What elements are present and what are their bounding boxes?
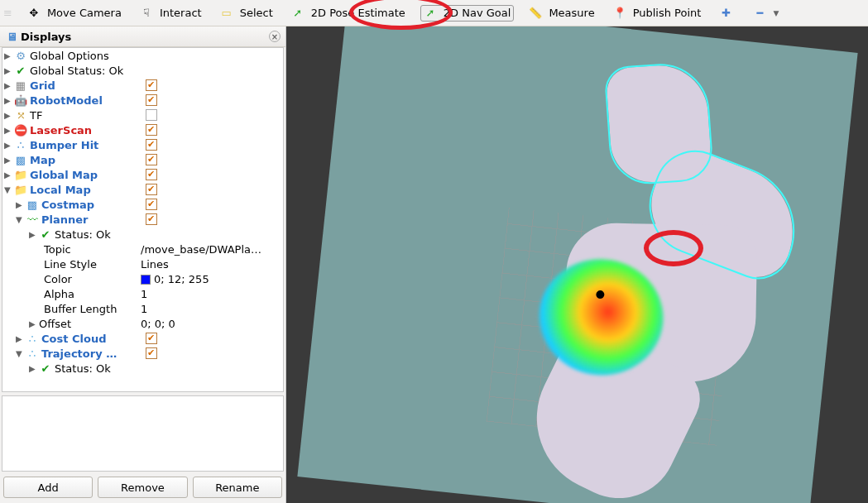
robot-icon: 🤖 [14,93,27,107]
checkbox[interactable] [146,79,157,91]
prop-value: /move_base/DWAPla… [141,243,261,256]
checkbox[interactable] [146,213,157,225]
remove-button[interactable]: Remove [98,477,187,498]
checkbox[interactable] [146,347,157,359]
displays-header: 🖥 Displays × [0,26,285,47]
close-icon[interactable]: × [269,31,281,42]
check-icon: ✔ [39,228,52,241]
tree-item-planner[interactable]: ▼〰Planner [2,212,283,227]
select-button[interactable]: ▭ Select [217,5,276,22]
tree-item-costcloud[interactable]: ▶∴Cost Cloud [2,331,283,346]
checkbox[interactable] [146,94,157,106]
add-tool-button[interactable]: ✚ [716,5,738,22]
tree-item-grid[interactable]: ▶▦Grid [2,78,283,93]
pin-icon: 📍 [613,7,626,20]
tree-item-map[interactable]: ▶▩Map [2,152,283,167]
tree-item-tf[interactable]: ▶⤱TF [2,108,283,122]
tree-item-planner-status[interactable]: ▶✔Status: Ok [2,227,283,242]
tree-prop-buflen[interactable]: Buffer Length1 [2,301,283,316]
nav-goal-button[interactable]: ➚ 2D Nav Goal [420,5,515,22]
checkbox[interactable] [146,109,157,121]
pose-estimate-button[interactable]: ➚ 2D Pose Estimate [288,5,409,22]
display-tree[interactable]: ▶⚙Global Options ▶✔Global Status: Ok ▶▦G… [2,47,284,392]
folder-icon: 📁 [14,168,27,181]
rviz-viewport[interactable] [286,26,868,503]
move-camera-icon: ✥ [27,7,41,20]
measure-icon: 📏 [529,7,542,20]
toolbar-label: Interact [160,7,202,19]
checkbox[interactable] [146,139,157,151]
panel-title: Displays [21,31,269,43]
toolbar-grip: ≡ [3,7,12,19]
checkbox[interactable] [146,124,157,136]
monitor-icon: 🖥 [5,30,18,43]
pointcloud-icon: ∴ [14,138,27,151]
check-icon: ✔ [39,362,52,375]
tree-item-globalmap[interactable]: ▶📁Global Map [2,167,283,182]
path-icon: 〰 [26,213,39,226]
add-button[interactable]: Add [3,477,93,498]
checkbox[interactable] [146,169,157,180]
tree-item-traj-status[interactable]: ▶✔Status: Ok [2,361,283,376]
tree-item-laserscan[interactable]: ▶⛔LaserScan [2,122,283,137]
checkbox[interactable] [146,184,157,195]
displays-panel: 🖥 Displays × ▶⚙Global Options ▶✔Global S… [0,26,286,503]
top-toolbar: ≡ ✥ Move Camera ☟ Interact ▭ Select ➚ 2D… [0,0,868,26]
prop-value: Lines [141,258,169,271]
tree-prop-alpha[interactable]: Alpha1 [2,286,283,301]
map-icon: ▩ [14,153,27,166]
tree-item-global-status[interactable]: ▶✔Global Status: Ok [2,63,283,78]
arrow-icon: ➚ [291,7,305,20]
folder-icon: 📁 [14,183,27,196]
pointcloud-icon: ∴ [26,347,39,360]
toolbar-label: Move Camera [47,7,122,19]
interact-button[interactable]: ☟ Interact [137,5,205,22]
map-background [297,26,857,503]
color-swatch [141,275,151,285]
tree-prop-offset[interactable]: ▶Offset0; 0; 0 [2,316,283,331]
publish-point-button[interactable]: 📍 Publish Point [610,5,705,22]
measure-button[interactable]: 📏 Measure [525,5,597,22]
toolbar-label: Select [240,7,273,19]
tree-item-costmap[interactable]: ▶▩Costmap [2,197,283,212]
arrow-icon: ➚ [424,7,437,20]
button-bar: Add Remove Rename [0,472,285,503]
check-icon: ✔ [14,64,27,77]
tree-prop-color[interactable]: Color0; 12; 255 [2,271,283,286]
plus-icon: ✚ [719,7,732,20]
minus-icon: ━ [753,7,766,20]
stop-icon: ⛔ [14,123,27,137]
tree-item-bumperhit[interactable]: ▶∴Bumper Hit [2,137,283,152]
pointcloud-icon: ∴ [26,332,39,345]
chevron-down-icon: ▼ [773,9,779,17]
tree-prop-linestyle[interactable]: Line StyleLines [2,256,283,271]
description-box [2,395,284,472]
prop-value: 1 [141,303,147,315]
rename-button[interactable]: Rename [193,477,282,498]
remove-tool-button[interactable]: ━ ▼ [750,5,782,22]
toolbar-label: 2D Nav Goal [444,7,511,19]
tree-prop-topic[interactable]: Topic/move_base/DWAPla… [2,242,283,256]
checkbox[interactable] [146,333,157,344]
tree-item-global-options[interactable]: ▶⚙Global Options [2,48,283,63]
prop-value: 1 [141,288,147,300]
prop-value: 0; 12; 255 [141,273,209,285]
checkbox[interactable] [146,199,157,210]
tf-icon: ⤱ [14,108,27,122]
toolbar-label: 2D Pose Estimate [311,7,405,19]
select-icon: ▭ [220,7,233,20]
toolbar-label: Publish Point [633,7,702,19]
toolbar-label: Measure [549,7,594,19]
tree-item-localmap[interactable]: ▼📁Local Map [2,182,283,197]
tree-item-trajectory[interactable]: ▼∴Trajectory … [2,346,283,361]
gear-icon: ⚙ [14,49,27,62]
move-camera-button[interactable]: ✥ Move Camera [24,5,125,22]
checkbox[interactable] [146,154,157,165]
tree-item-robotmodel[interactable]: ▶🤖RobotModel [2,93,283,108]
map-icon: ▩ [26,198,39,211]
prop-value: 0; 0; 0 [141,318,175,330]
grid-icon: ▦ [14,79,27,92]
interact-icon: ☟ [140,7,153,20]
